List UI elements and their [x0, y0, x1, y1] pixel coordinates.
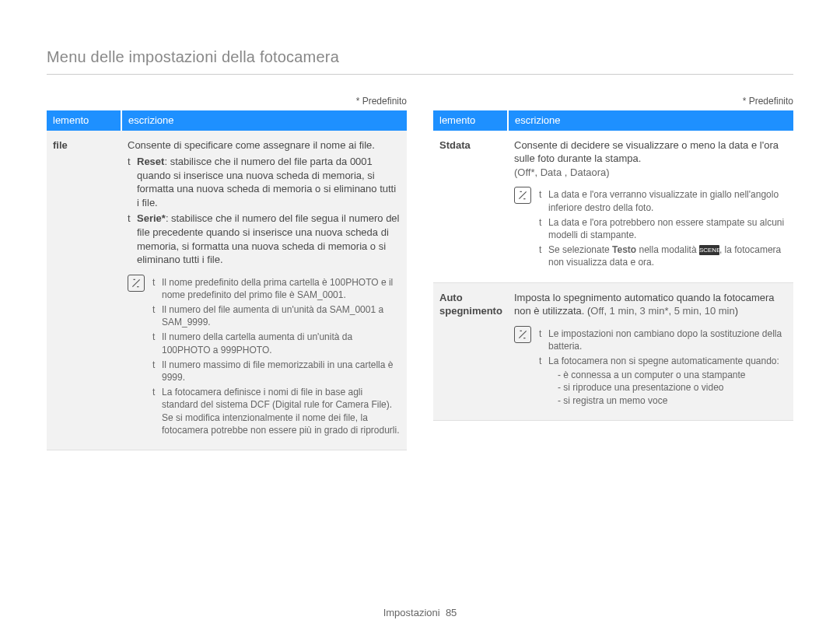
note-content: Le impostazioni non cambiano dopo la sos…	[539, 324, 787, 409]
th-description: escrizione	[121, 110, 407, 131]
list-item: Le impostazioni non cambiano dopo la sos…	[539, 328, 787, 352]
title-divider	[47, 74, 793, 75]
serie-term: Serie*	[137, 212, 166, 224]
autooff-post: )	[735, 305, 738, 317]
file-intro: Consente di specificare come assegnare i…	[128, 138, 401, 152]
right-column: * Predefinito lemento escrizione Stdata …	[433, 95, 793, 450]
n2-text: La fotocamera non si spegne automaticame…	[548, 356, 779, 366]
autooff-opts: Off, 1 min, 3 min*, 5 min, 10 min	[590, 305, 734, 317]
list-item: La fotocamera non si spegne automaticame…	[539, 355, 787, 407]
stdata-options: (Off*, Data , Dataora)	[514, 166, 787, 180]
settings-table-left: lemento escrizione file Consente di spec…	[47, 110, 407, 450]
list-item: La data e l'ora potrebbero non essere st…	[539, 216, 787, 241]
stdata-intro: Consente di decidere se visualizzare o m…	[514, 138, 787, 166]
table-row: Stdata Consente di decidere se visualizz…	[433, 131, 793, 282]
row-desc-auto-off: Imposta lo spegnimento automatico quando…	[508, 282, 793, 420]
footer-section: Impostazioni	[383, 607, 440, 618]
table-row: Auto spegnimento Imposta lo spegnimento …	[433, 282, 793, 420]
predef-note-right: * Predefinito	[433, 95, 793, 107]
reset-term: Reset	[137, 156, 164, 167]
list-item: si riproduce una presentazione o video	[558, 381, 787, 394]
reset-desc: : stabilisce che il numero del file part…	[137, 156, 396, 208]
row-desc-file: Consente di specificare come assegnare i…	[121, 131, 407, 450]
row-label-auto-off: Auto spegnimento	[433, 282, 508, 420]
note-icon	[514, 326, 531, 343]
n3-pre: Se selezionate	[548, 244, 612, 255]
list-item: Reset: stabilisce che il numero del file…	[128, 155, 401, 209]
scene-mode-icon: SCENE	[699, 245, 719, 255]
note-icon	[514, 187, 531, 204]
list-item: Il numero del file aumenta di un'unità d…	[152, 303, 401, 328]
note-content: Il nome predefinito della prima cartella…	[152, 273, 401, 439]
th-description: escrizione	[508, 110, 793, 131]
list-item: La fotocamera definisce i nomi di file i…	[152, 386, 401, 436]
page-title: Menu delle impostazioni della fotocamera	[47, 47, 793, 68]
serie-desc: : stabilisce che il numero del file segu…	[137, 212, 399, 265]
row-label-file: file	[47, 131, 121, 450]
table-row: file Consente di specificare come assegn…	[47, 131, 407, 450]
note-box: La data e l'ora verranno visualizzate in…	[514, 185, 787, 271]
th-element: lemento	[433, 110, 508, 131]
n3-bold: Testo	[612, 244, 636, 255]
autooff-intro: Imposta lo spegnimento automatico quando…	[514, 291, 787, 318]
list-item: è connessa a un computer o una stampante	[558, 369, 787, 381]
page-footer: Impostazioni 85	[0, 606, 840, 620]
n3-mid: nella modalità	[636, 244, 699, 255]
list-item: Serie*: stabilisce che il numero del fil…	[128, 212, 401, 266]
settings-table-right: lemento escrizione Stdata Consente di de…	[433, 110, 793, 421]
file-options-list: Reset: stabilisce che il numero del file…	[128, 155, 401, 266]
row-desc-stdata: Consente di decidere se visualizzare o m…	[508, 131, 793, 282]
left-column: * Predefinito lemento escrizione file Co…	[47, 95, 407, 450]
note-content: La data e l'ora verranno visualizzate in…	[539, 185, 787, 271]
sublist: è connessa a un computer o una stampante…	[558, 369, 787, 407]
list-item: Se selezionate Testo nella modalità SCEN…	[539, 243, 787, 268]
list-item: Il numero massimo di file memorizzabili …	[152, 359, 401, 384]
note-box: Le impostazioni non cambiano dopo la sos…	[514, 324, 787, 409]
list-item: Il numero della cartella aumenta di un'u…	[152, 331, 401, 356]
predef-note-left: * Predefinito	[47, 95, 407, 107]
list-item: si registra un memo voce	[558, 394, 787, 407]
row-label-stdata: Stdata	[433, 131, 508, 282]
list-item: Il nome predefinito della prima cartella…	[152, 276, 401, 301]
list-item: La data e l'ora verranno visualizzate in…	[539, 188, 787, 213]
footer-page-number: 85	[446, 607, 457, 618]
content-columns: * Predefinito lemento escrizione file Co…	[47, 95, 793, 450]
th-element: lemento	[47, 110, 121, 131]
note-icon	[128, 275, 145, 292]
note-box: Il nome predefinito della prima cartella…	[128, 273, 401, 439]
